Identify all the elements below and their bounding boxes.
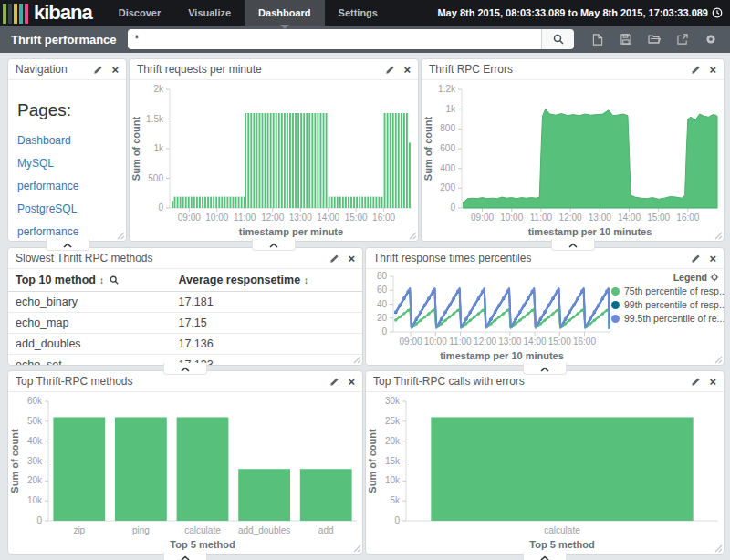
svg-text:60k: 60k [27,396,43,406]
svg-text:200: 200 [440,182,455,192]
svg-text:Sum of count: Sum of count [130,117,141,181]
nav-link-postgresql[interactable]: PostgreSQL performance [17,198,117,241]
svg-text:14:00: 14:00 [618,213,641,223]
remove-panel-icon[interactable]: × [403,64,411,76]
share-icon [677,34,688,45]
sort-icon[interactable]: ↕ [99,275,104,285]
svg-text:add: add [318,525,334,535]
legend-item-99th[interactable]: 99th percentile of resp... [611,299,719,310]
edit-panel-icon[interactable] [691,254,701,264]
column-header-responsetime[interactable]: Average responsetime↕ [171,269,362,292]
share-dashboard-button[interactable] [668,29,696,49]
panel-title[interactable]: Slowest Thrift RPC methods [16,252,153,264]
folder-open-icon [648,34,661,45]
top-methods-bar-chart[interactable]: 010k20k30k40k50k60kzippingcalculateadd_d… [8,392,362,554]
new-dashboard-button[interactable] [583,29,611,49]
panel-title[interactable]: Thrift requests per minute [137,63,262,76]
requests-bar-chart[interactable]: 05001k1.5k2k09:0010:0011:0012:0013:0014:… [130,80,418,241]
panel-top-calls-errors: Top Thrift-RPC calls with errors × 05k10… [365,370,725,555]
resize-handle[interactable] [714,231,723,240]
search-button[interactable] [541,29,574,49]
edit-panel-icon[interactable] [329,377,339,387]
chevron-up-icon [540,555,549,560]
resize-handle[interactable] [352,544,361,553]
remove-panel-icon[interactable]: × [709,253,716,264]
edit-panel-icon[interactable] [329,254,339,264]
svg-text:25k: 25k [385,416,401,426]
resize-handle[interactable] [116,231,125,240]
legend-header[interactable]: Legend [611,272,719,283]
svg-text:20: 20 [377,313,388,323]
collapse-button[interactable] [252,239,296,251]
pages-heading: Pages: [17,100,117,120]
remove-panel-icon[interactable]: × [348,376,355,388]
panel-title[interactable]: Navigation [16,63,68,76]
value-cell: 17.15 [171,313,362,334]
method-cell[interactable]: echo_set [8,355,171,366]
remove-panel-icon[interactable]: × [709,64,716,76]
legend-gear-icon [710,273,719,282]
value-cell: 17.136 [171,334,362,355]
panel-title[interactable]: Thrift RPC Errors [429,63,513,76]
legend-item-75th[interactable]: 75th percentile of resp... [611,285,719,296]
resize-handle[interactable] [714,544,723,553]
svg-text:40k: 40k [27,436,43,446]
nav-link-mysql[interactable]: MySQL performance [17,152,117,198]
svg-text:16:00: 16:00 [676,213,699,223]
resize-handle[interactable] [352,355,361,364]
legend-item-99-5th[interactable]: 99.5th percentile of re... [611,313,719,324]
collapse-button[interactable] [163,363,207,375]
kibana-logo[interactable]: kibana [0,0,92,26]
svg-text:0: 0 [36,515,42,525]
remove-panel-icon[interactable]: × [111,64,119,76]
edit-panel-icon[interactable] [691,65,701,75]
svg-text:15:00: 15:00 [548,337,571,347]
save-dashboard-button[interactable] [611,29,640,49]
method-cell[interactable]: add_doubles [8,334,171,355]
edit-panel-icon[interactable] [691,377,701,387]
collapse-button[interactable] [163,552,207,560]
nav-link-dashboard[interactable]: Dashboard [17,130,117,152]
nav-tab-dashboard[interactable]: Dashboard [245,0,324,26]
panel-title[interactable]: Top Thrift-RPC methods [16,375,133,388]
query-input[interactable] [128,29,541,49]
svg-text:10:00: 10:00 [424,337,447,347]
collapse-button[interactable] [46,239,89,251]
svg-text:Top 5 method: Top 5 method [170,539,235,550]
sort-icon[interactable]: ↕ [304,275,308,285]
edit-panel-icon[interactable] [93,65,103,75]
collapse-button[interactable] [523,363,567,375]
svg-text:10:00: 10:00 [205,213,228,223]
svg-text:13:00: 13:00 [498,337,521,347]
svg-text:80: 80 [377,271,388,281]
method-cell[interactable]: echo_map [8,313,171,334]
svg-text:0: 0 [158,202,163,213]
resize-handle[interactable] [714,355,723,364]
nav-tab-visualize[interactable]: Visualize [174,0,245,26]
column-header-method[interactable]: Top 10 method↕ [8,269,171,292]
resize-handle[interactable] [408,231,417,240]
remove-panel-icon[interactable]: × [709,376,716,388]
panel-title[interactable]: Thrift response times percentiles [373,252,531,264]
table-row: echo_map17.15 [8,313,362,334]
method-cell[interactable]: echo_binary [8,292,171,313]
svg-text:10k: 10k [27,495,43,505]
collapse-button[interactable] [551,239,595,251]
panel-response-percentiles: Thrift response times percentiles × 0204… [365,247,725,366]
svg-text:12:00: 12:00 [559,213,582,223]
load-dashboard-button[interactable] [640,29,668,49]
panel-title[interactable]: Top Thrift-RPC calls with errors [373,375,525,388]
svg-text:50k: 50k [27,416,43,426]
collapse-button[interactable] [523,552,567,560]
errors-area-chart[interactable]: 02004006008001k1.2k09:0010:0011:0012:001… [422,80,724,241]
svg-text:ping: ping [132,525,150,535]
search-column-icon[interactable] [110,275,119,285]
nav-tab-settings[interactable]: Settings [325,0,391,26]
options-button[interactable] [696,29,725,49]
edit-panel-icon[interactable] [385,65,395,75]
nav-tab-discover[interactable]: Discover [105,0,174,26]
remove-panel-icon[interactable]: × [348,253,355,264]
top-errors-bar-chart[interactable]: 05k10k15k20k25k30kcalculateSum of countT… [366,392,724,554]
time-range-picker[interactable]: May 8th 2015, 08:03:33.089 to May 8th 20… [437,0,730,26]
panel-header: Slowest Thrift RPC methods × [8,248,362,269]
